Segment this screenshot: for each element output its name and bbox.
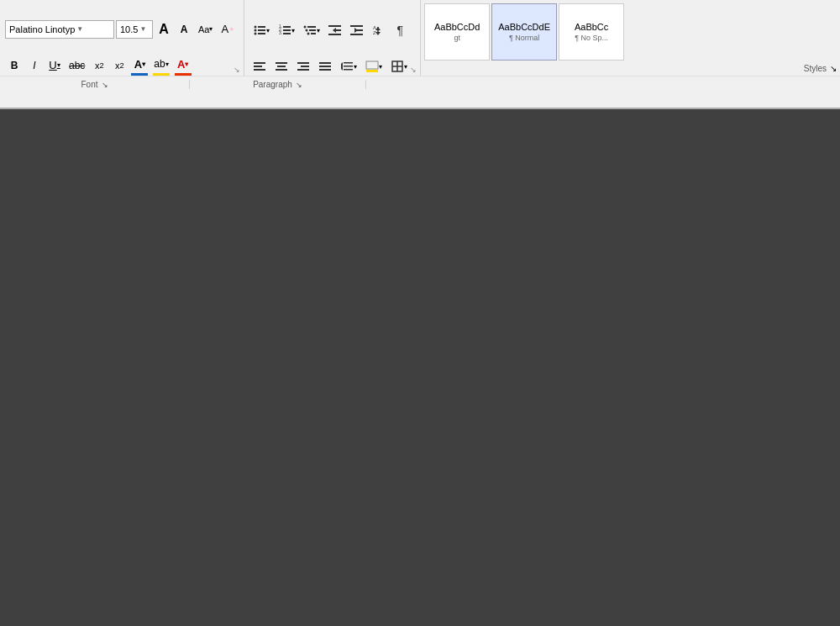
justify-button[interactable] bbox=[315, 57, 335, 76]
svg-rect-15 bbox=[309, 29, 316, 31]
font-color-btn-wrap: A▾ bbox=[130, 55, 149, 76]
svg-rect-40 bbox=[319, 62, 331, 64]
svg-point-4 bbox=[255, 33, 257, 35]
align-center-button[interactable] bbox=[271, 57, 291, 76]
paragraph-section-label-text: Paragraph ↘ bbox=[190, 80, 366, 89]
font-expand-btn[interactable]: ↘ bbox=[102, 81, 108, 89]
font-color-indicator bbox=[131, 73, 148, 76]
style-gt-label: gt bbox=[454, 34, 460, 42]
borders-button[interactable]: ▾ bbox=[387, 57, 411, 76]
svg-text:Z: Z bbox=[373, 30, 376, 35]
style-normal-preview: AaBbCcDdE bbox=[498, 22, 550, 32]
svg-rect-25 bbox=[350, 34, 363, 35]
svg-rect-45 bbox=[344, 69, 353, 71]
svg-point-14 bbox=[306, 29, 308, 32]
style-normal-label: ¶ Normal bbox=[509, 34, 539, 42]
svg-rect-9 bbox=[283, 29, 291, 31]
paragraph-section-expand-icon[interactable]: ↘ bbox=[410, 66, 417, 74]
svg-rect-1 bbox=[258, 26, 265, 28]
bold-button[interactable]: B bbox=[5, 56, 24, 75]
font-name-selector[interactable]: Palatino Linotyp ▼ bbox=[5, 20, 114, 39]
ribbon: Palatino Linotyp ▼ 10.5 ▼ A A Aa▾ A✦ B I… bbox=[0, 0, 840, 109]
paragraph-bottom-row: ▾ ▾ ▾ bbox=[249, 57, 415, 76]
show-marks-button[interactable]: ¶ bbox=[391, 21, 409, 39]
svg-rect-17 bbox=[311, 33, 316, 34]
style-card-normal[interactable]: AaBbCcDdE ¶ Normal bbox=[491, 3, 557, 60]
strikethrough-button[interactable]: abc bbox=[66, 56, 88, 75]
styles-section: AaBbCcDd gt AaBbCcDdE ¶ Normal AaBbCc ¶ … bbox=[421, 0, 840, 76]
align-right-button[interactable] bbox=[293, 57, 313, 76]
svg-rect-5 bbox=[258, 33, 265, 34]
svg-point-16 bbox=[307, 33, 310, 35]
style-gt-preview: AaBbCcDd bbox=[434, 22, 480, 32]
font-name-value: Palatino Linotyp bbox=[9, 24, 75, 34]
bullets-button[interactable]: ▾ bbox=[249, 21, 273, 39]
svg-rect-44 bbox=[344, 66, 353, 67]
paragraph-expand-btn[interactable]: ↘ bbox=[296, 81, 302, 89]
styles-label-row: Styles ↘ bbox=[421, 60, 840, 76]
svg-rect-21 bbox=[328, 34, 341, 35]
font-size-selector[interactable]: 10.5 ▼ bbox=[116, 20, 153, 39]
sort-button[interactable]: AZ bbox=[369, 21, 389, 39]
svg-rect-23 bbox=[350, 25, 363, 27]
font-name-dropdown-arrow: ▼ bbox=[76, 25, 83, 33]
svg-point-0 bbox=[255, 26, 257, 29]
svg-rect-24 bbox=[355, 29, 363, 31]
ribbon-section-labels: Font ↘ Paragraph ↘ bbox=[0, 76, 840, 92]
svg-rect-41 bbox=[319, 66, 331, 67]
svg-rect-31 bbox=[254, 62, 265, 64]
highlight-btn-wrap: ab▾ bbox=[150, 55, 171, 76]
font-top-controls: Palatino Linotyp ▼ 10.5 ▼ A A Aa▾ A✦ bbox=[5, 3, 239, 55]
font-bottom-controls: B I U▾ abc x2 x2 A▾ ab▾ bbox=[5, 55, 239, 76]
font-section-expand-icon[interactable]: ↘ bbox=[234, 66, 240, 74]
svg-rect-19 bbox=[328, 25, 341, 27]
styles-section-label: Styles bbox=[424, 64, 827, 73]
paragraph-top-row: ▾ 1.2.3. ▾ ▾ AZ ¶ bbox=[249, 3, 415, 57]
svg-rect-7 bbox=[283, 26, 291, 28]
svg-rect-37 bbox=[297, 62, 309, 64]
clear-formatting-button[interactable]: A✦ bbox=[218, 20, 239, 39]
svg-rect-35 bbox=[277, 66, 286, 67]
font-section: Palatino Linotyp ▼ 10.5 ▼ A A Aa▾ A✦ B I… bbox=[0, 0, 244, 76]
svg-rect-32 bbox=[254, 66, 262, 67]
change-case-button[interactable]: Aa▾ bbox=[195, 20, 216, 39]
svg-rect-11 bbox=[283, 33, 291, 34]
style-no-spacing-preview: AaBbCc bbox=[575, 22, 608, 32]
underline-button[interactable]: U▾ bbox=[45, 56, 64, 75]
svg-rect-36 bbox=[276, 69, 287, 71]
decrease-indent-button[interactable] bbox=[325, 21, 345, 39]
subscript-button[interactable]: x2 bbox=[90, 56, 108, 75]
svg-marker-46 bbox=[341, 62, 343, 71]
align-left-button[interactable] bbox=[249, 57, 270, 76]
svg-rect-13 bbox=[307, 26, 316, 28]
style-card-no-spacing[interactable]: AaBbCc ¶ No Sp... bbox=[559, 3, 624, 60]
text-color-button[interactable]: A▾ bbox=[174, 55, 192, 73]
font-size-value: 10.5 bbox=[120, 24, 138, 34]
svg-rect-48 bbox=[366, 70, 378, 72]
ribbon-top-row: Palatino Linotyp ▼ 10.5 ▼ A A Aa▾ A✦ B I… bbox=[0, 0, 840, 76]
numbering-button[interactable]: 1.2.3. ▾ bbox=[275, 21, 298, 39]
svg-point-12 bbox=[304, 26, 307, 29]
paragraph-section: ▾ 1.2.3. ▾ ▾ AZ ¶ bbox=[244, 0, 421, 76]
svg-text:3.: 3. bbox=[279, 30, 282, 35]
styles-expand-icon[interactable]: ↘ bbox=[830, 64, 837, 73]
font-shrink-button[interactable]: A bbox=[175, 20, 193, 39]
highlight-button[interactable]: ab▾ bbox=[150, 55, 171, 73]
style-card-gt[interactable]: AaBbCcDd gt bbox=[424, 3, 490, 60]
shading-button[interactable]: ▾ bbox=[362, 57, 386, 76]
line-spacing-button[interactable]: ▾ bbox=[337, 57, 360, 76]
multilevel-list-button[interactable]: ▾ bbox=[300, 21, 323, 39]
font-color-button[interactable]: A▾ bbox=[130, 55, 149, 73]
superscript-button[interactable]: x2 bbox=[110, 56, 129, 75]
increase-indent-button[interactable] bbox=[347, 21, 367, 39]
svg-rect-38 bbox=[301, 66, 309, 67]
svg-rect-20 bbox=[333, 29, 341, 31]
italic-button[interactable]: I bbox=[25, 56, 44, 75]
svg-rect-47 bbox=[366, 61, 378, 69]
highlight-color-indicator bbox=[153, 73, 170, 76]
svg-rect-34 bbox=[276, 62, 287, 64]
svg-point-2 bbox=[255, 29, 257, 32]
font-grow-button[interactable]: A bbox=[155, 20, 173, 39]
font-section-label-text: Font ↘ bbox=[5, 80, 190, 89]
font-size-dropdown-arrow: ▼ bbox=[139, 25, 146, 33]
